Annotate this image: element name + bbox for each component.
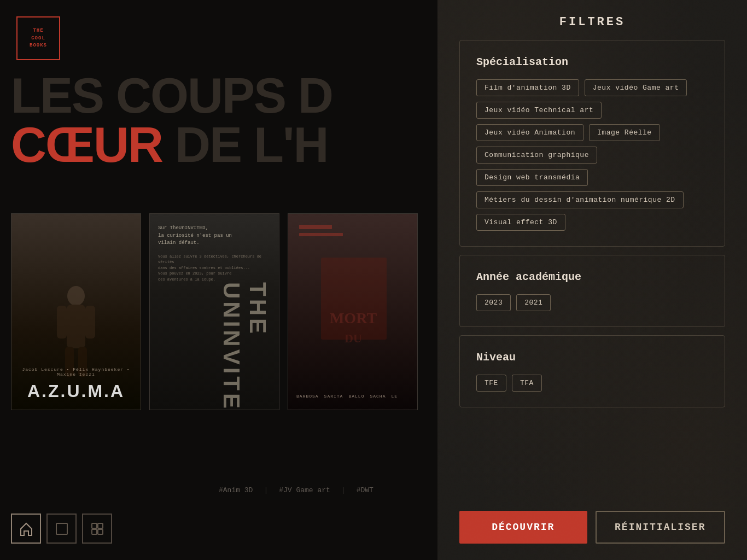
nav-home-button[interactable] xyxy=(11,514,41,544)
nav-single-button[interactable] xyxy=(46,514,77,544)
cards-container: Jacob Lescure • Félix Haynbeeker • Maxim… xyxy=(11,213,418,410)
svg-rect-13 xyxy=(98,523,103,528)
filter-footer: Découvrir Réinitialiser xyxy=(437,500,747,560)
svg-point-0 xyxy=(67,286,85,306)
tag-image-reelle[interactable]: Image Réelle xyxy=(589,124,660,141)
nav-grid-button[interactable] xyxy=(82,514,112,544)
card-uninvited-inner: Sur TheUnINVITED,la curiosité n'est pas … xyxy=(150,214,279,410)
card-third[interactable]: MORT DU BARBOSA SARITA BALLO SACHA LE xyxy=(288,213,418,410)
hero-line1: LES COUPS D xyxy=(11,71,332,120)
svg-rect-12 xyxy=(92,523,97,528)
tag-jv-animation[interactable]: Jeux vidéo Animation xyxy=(476,124,583,141)
filter-section-annee: Année académique 2023 2021 xyxy=(459,255,725,327)
hashtag-divider1: | xyxy=(264,486,268,494)
svg-rect-14 xyxy=(92,529,97,534)
card-third-inner: MORT DU BARBOSA SARITA BALLO SACHA LE xyxy=(288,214,417,410)
tag-2023[interactable]: 2023 xyxy=(476,294,511,311)
hashtags-bar: #Anim 3D | #JV Game art | #DWT xyxy=(219,486,374,494)
tag-tfa[interactable]: TFA xyxy=(512,375,542,392)
hero-title: LES COUPS D CŒUR DE L'H xyxy=(11,71,332,170)
svg-text:DU: DU xyxy=(345,331,362,345)
tag-film-animation-3d[interactable]: Film d'animation 3D xyxy=(476,79,579,96)
card3-names: BARBOSA SARITA BALLO SACHA LE xyxy=(296,394,409,399)
niveau-title: Niveau xyxy=(476,351,708,364)
filter-panel: FILTRES Spécialisation Film d'animation … xyxy=(437,0,747,560)
card2-intro: Sur TheUnINVITED,la curiosité n'est pas … xyxy=(158,225,271,247)
svg-text:MORT: MORT xyxy=(330,310,377,326)
tag-visual-effect-3d[interactable]: Visual effect 3D xyxy=(476,214,565,231)
card-azuma[interactable]: Jacob Lescure • Félix Haynbeeker • Maxim… xyxy=(11,213,141,410)
filter-body: Spécialisation Film d'animation 3D Jeux … xyxy=(437,40,747,500)
tag-communication-graphique[interactable]: Communication graphique xyxy=(476,147,597,164)
hero-rest: DE L'H xyxy=(175,118,328,172)
svg-rect-11 xyxy=(56,523,67,534)
svg-rect-2 xyxy=(57,306,67,339)
logo: THE COOL BOOKS xyxy=(16,16,60,60)
filter-section-specialisation: Spécialisation Film d'animation 3D Jeux … xyxy=(459,40,725,247)
logo-line1: THE xyxy=(33,28,43,34)
tag-2021[interactable]: 2021 xyxy=(516,294,551,311)
specialisation-tags: Film d'animation 3D Jeux vidéo Game art … xyxy=(476,79,708,231)
tag-jv-game-art[interactable]: Jeux vidéo Game art xyxy=(585,79,687,96)
svg-rect-15 xyxy=(98,529,103,534)
card2-title: THE UNINVITED xyxy=(218,282,271,410)
logo-line3: BOOKS xyxy=(30,43,47,49)
tag-metiers-dessin[interactable]: Métiers du dessin d'animation numérique … xyxy=(476,191,684,208)
annee-title: Année académique xyxy=(476,271,708,283)
tag-tfe[interactable]: TFE xyxy=(476,375,506,392)
card-uninvited[interactable]: Sur TheUnINVITED,la curiosité n'est pas … xyxy=(149,213,279,410)
svg-rect-1 xyxy=(67,305,85,348)
card1-title: A.Z.U.M.A xyxy=(20,381,132,401)
hashtag-anim3d: #Anim 3D xyxy=(219,486,253,494)
tag-design-web-transmedia[interactable]: Design web transmédia xyxy=(476,169,588,186)
svg-rect-7 xyxy=(299,233,343,236)
main-content: THE COOL BOOKS LES COUPS D CŒUR DE L'H xyxy=(0,0,437,560)
svg-rect-6 xyxy=(299,225,332,229)
hero-red-word: CŒUR xyxy=(11,118,162,172)
card-azuma-inner: Jacob Lescure • Félix Haynbeeker • Maxim… xyxy=(11,214,141,410)
tag-jv-technical-art[interactable]: Jeux vidéo Technical art xyxy=(476,102,602,119)
niveau-tags: TFE TFA xyxy=(476,375,708,392)
card2-body: Vous allez suivre 3 détectives, chercheu… xyxy=(158,254,271,283)
annee-tags: 2023 2021 xyxy=(476,294,708,311)
filter-section-niveau: Niveau TFE TFA xyxy=(459,335,725,407)
specialisation-title: Spécialisation xyxy=(476,56,708,68)
grid-icon xyxy=(90,522,104,536)
reinitialiser-button[interactable]: Réinitialiser xyxy=(596,511,726,544)
filter-title: FILTRES xyxy=(437,0,747,40)
svg-rect-8 xyxy=(321,258,387,340)
bottom-nav xyxy=(11,514,112,544)
card3-art: MORT DU xyxy=(288,214,418,410)
svg-rect-3 xyxy=(85,306,95,339)
decouvrir-button[interactable]: Découvrir xyxy=(459,511,587,544)
hashtag-divider2: | xyxy=(341,486,346,494)
hero-line2: CŒUR DE L'H xyxy=(11,120,332,170)
single-icon xyxy=(55,522,69,536)
hashtag-jvgame: #JV Game art xyxy=(279,486,330,494)
hashtag-dwt: #DWT xyxy=(357,486,374,494)
home-icon xyxy=(19,521,34,536)
logo-line2: COOL xyxy=(31,36,45,42)
card1-subtitle: Jacob Lescure • Félix Haynbeeker • Maxim… xyxy=(20,367,132,377)
